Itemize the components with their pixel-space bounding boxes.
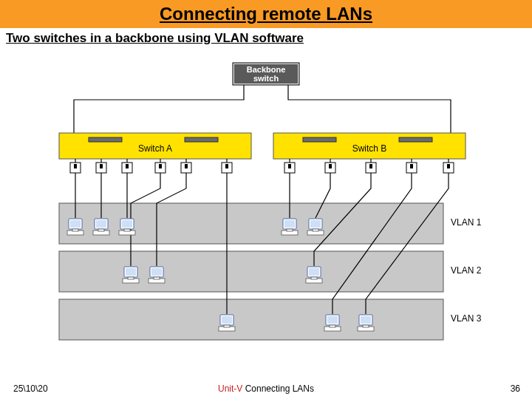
pc-icon bbox=[324, 315, 341, 331]
svg-rect-9 bbox=[74, 164, 77, 168]
pc-icon bbox=[123, 267, 139, 283]
svg-rect-42 bbox=[59, 251, 443, 292]
svg-rect-3 bbox=[89, 137, 122, 142]
svg-rect-4 bbox=[185, 137, 218, 142]
footer-unit: Unit-V Connecting LANs bbox=[218, 383, 314, 394]
svg-rect-29 bbox=[329, 164, 332, 168]
backbone-label-1: Backbone bbox=[247, 65, 286, 74]
svg-rect-7 bbox=[399, 137, 432, 142]
footer-unit-prefix: Unit-V bbox=[218, 383, 242, 394]
switch-a: Switch A bbox=[59, 133, 251, 159]
wire-backbone-to-a bbox=[74, 85, 244, 133]
pc-icon bbox=[93, 219, 109, 235]
title-bar: Connecting remote LANs bbox=[0, 0, 532, 28]
backbone-label-2: switch bbox=[253, 74, 279, 83]
backbone-switch: Backbone switch bbox=[233, 63, 299, 85]
vlan3-label: VLAN 3 bbox=[451, 313, 482, 324]
network-diagram: Backbone switch Switch A Switch B bbox=[52, 59, 480, 355]
diagram-svg: Backbone switch Switch A Switch B bbox=[52, 59, 480, 355]
pc-icon bbox=[307, 219, 324, 235]
ports-a bbox=[70, 163, 232, 173]
svg-rect-17 bbox=[185, 164, 188, 168]
pc-icon bbox=[282, 219, 298, 235]
pc-icon bbox=[67, 219, 83, 235]
footer-unit-suffix: Connecting LANs bbox=[242, 383, 314, 394]
switch-b: Switch B bbox=[273, 133, 466, 159]
pc-icon bbox=[149, 267, 165, 283]
subtitle: Two switches in a backbone using VLAN so… bbox=[0, 28, 532, 46]
svg-rect-11 bbox=[100, 164, 103, 168]
vlan2-label: VLAN 2 bbox=[451, 265, 482, 276]
svg-rect-41 bbox=[59, 203, 443, 244]
pc-icon bbox=[119, 219, 135, 235]
ports-b bbox=[284, 163, 454, 173]
footer-date: 25\10\20 bbox=[0, 383, 48, 394]
vlan-3-box: VLAN 3 bbox=[59, 299, 482, 340]
footer: 25\10\20 Unit-V Connecting LANs 36 bbox=[0, 381, 532, 396]
svg-rect-19 bbox=[225, 164, 228, 168]
wire-backbone-to-b bbox=[288, 85, 451, 133]
svg-rect-33 bbox=[410, 164, 413, 168]
svg-rect-43 bbox=[59, 299, 443, 340]
switch-a-label: Switch A bbox=[138, 143, 172, 154]
switch-b-label: Switch B bbox=[352, 143, 387, 154]
svg-rect-35 bbox=[447, 164, 450, 168]
svg-rect-15 bbox=[159, 164, 162, 168]
svg-rect-13 bbox=[126, 164, 129, 168]
svg-rect-27 bbox=[288, 164, 291, 168]
pc-icon bbox=[306, 267, 322, 283]
page-title: Connecting remote LANs bbox=[160, 4, 372, 24]
pc-icon bbox=[219, 315, 235, 331]
svg-rect-6 bbox=[303, 137, 336, 142]
svg-rect-31 bbox=[369, 164, 372, 168]
vlan1-label: VLAN 1 bbox=[451, 217, 482, 228]
vlan-2-box: VLAN 2 bbox=[59, 251, 482, 292]
footer-page: 36 bbox=[511, 383, 520, 394]
pc-icon bbox=[358, 315, 374, 331]
